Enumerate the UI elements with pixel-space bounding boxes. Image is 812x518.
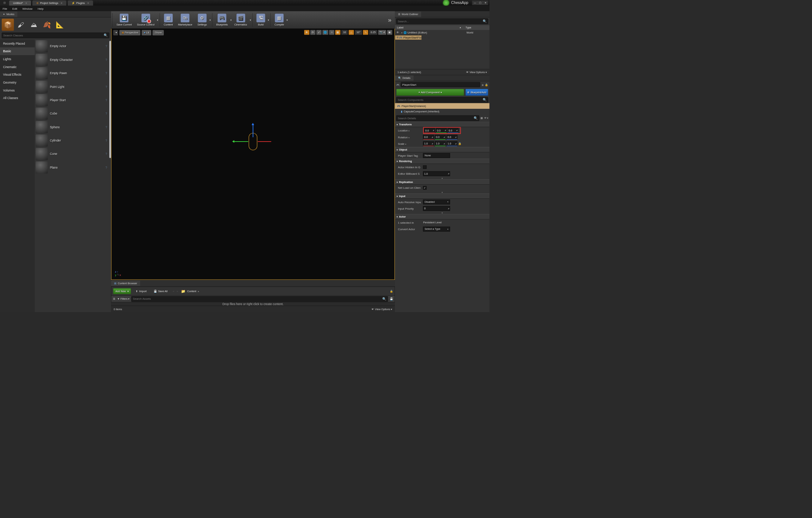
player-start-tag-input[interactable]: None [423,153,450,158]
billboard-scale-input[interactable]: 1.0◢ [423,171,450,176]
toolbar-save[interactable]: 💾Save Current [114,12,134,27]
search-outliner-input[interactable] [398,20,483,23]
add-component-button[interactable]: + Add Component ▾ [396,89,464,96]
toolbar-source-control[interactable]: 🔗Source Control [135,12,157,27]
search-classes-input[interactable] [3,34,104,37]
toolbar-marketplace[interactable]: 🛍Marketplace [176,12,195,27]
add-new-button[interactable]: Add New ▾ [113,288,131,294]
playerstart-actor[interactable] [249,133,257,150]
chevron-down-icon[interactable]: ▾ [250,18,251,21]
scale-z[interactable]: 1.0◢ [447,141,457,146]
help-icon[interactable]: ? [105,98,107,102]
cat-geometry[interactable]: Geometry [0,79,35,86]
lock-icon[interactable]: 🔒 [458,142,461,145]
folder-icon[interactable]: 📁 [181,289,185,293]
help-icon[interactable]: ? [105,58,107,62]
cat-visual-effects[interactable]: Visual Effects [0,71,35,79]
angle-snap-button[interactable]: △ [349,30,354,35]
cat-basic[interactable]: Basic [0,47,35,55]
scale-button[interactable]: ⤢ [316,30,321,35]
viewport-options-button[interactable]: ▾ [113,30,118,35]
actor-item[interactable]: Player Start? [35,93,109,107]
toolbar-compile[interactable]: ▦Compile [272,12,287,27]
translate-button[interactable]: ✥ [304,30,309,35]
help-icon[interactable]: ? [105,125,107,129]
filters-button[interactable]: ▼ Filters ▾ [117,298,130,300]
section-replication[interactable]: ▾Replication [395,179,490,184]
location-y[interactable]: 0.0◢ [436,128,447,133]
cat-all-classes[interactable]: All Classes [0,94,35,102]
help-icon[interactable]: ? [105,45,107,48]
close-icon[interactable]: ✕ [25,1,27,4]
search-components[interactable]: 🔍 [396,97,488,103]
scale-x[interactable]: 1.0◢ [423,141,434,146]
actor-item[interactable]: Cone? [35,147,109,161]
help-icon[interactable]: ? [105,152,107,156]
input-priority-input[interactable]: 0◢ [423,206,450,211]
tab-project-settings[interactable]: ⚙Project Settings✕ [32,0,67,5]
sources-button[interactable]: ☰ [113,298,116,300]
actor-name-field[interactable] [401,82,480,87]
expand-icon[interactable]: ▾ [395,212,490,214]
help-icon[interactable]: ? [105,166,107,169]
menu-help[interactable]: Help [35,6,46,12]
actor-item[interactable]: Sphere? [35,120,109,134]
rotation-y[interactable]: 0.0◢ [435,135,446,139]
scale-snap-value[interactable]: 0.25 [369,30,377,35]
search-assets[interactable]: 🔍 [131,296,388,302]
cat-volumes[interactable]: Volumes [0,86,35,94]
rotation-z[interactable]: 0.0◢ [447,135,457,139]
viewport-lit-button[interactable]: ● Lit [142,30,151,35]
import-button[interactable]: ⬆ Import [134,289,149,294]
maximize-button[interactable]: ▢ [478,1,483,5]
help-icon[interactable]: ? [105,112,107,115]
actor-item[interactable]: Empty Character? [35,53,109,66]
actor-item[interactable]: Empty Pawn? [35,66,109,80]
mode-landscape[interactable]: ⛰ [28,19,40,31]
close-icon[interactable]: ✕ [87,1,89,4]
outliner-row-playerstart[interactable]: 👁 🎮 PlayerStart PlayerStart [395,35,422,40]
grid-snap-button[interactable]: ▦ [335,30,340,35]
location-x[interactable]: 0.0◢ [424,128,435,133]
viewport[interactable]: ▾ ▣ Perspective ● Lit Show ✥ ⟳ ⤢ 🌐 ⌗ ▦ 1… [111,29,395,280]
eye-icon[interactable]: 👁▾ [484,117,488,120]
chevron-down-icon[interactable]: ▾ [268,18,269,21]
rotate-button[interactable]: ⟳ [310,30,315,35]
eye-icon[interactable]: 👁 [396,36,399,39]
tab-plugins[interactable]: ⚡Plugins✕ [68,0,93,5]
component-capsule[interactable]: ▮CapsuleComponent (Inherited) [395,109,490,115]
view-options-button[interactable]: 👁 View Options ▾ [466,71,487,73]
toolbar-blueprints[interactable]: 🎮Blueprints [213,12,230,27]
camera-speed-button[interactable]: 📷 4 [378,30,386,35]
toolbar-content[interactable]: ▦Content [161,12,176,27]
forward-button[interactable]: → [176,290,179,293]
toolbar-overflow-icon[interactable]: » [384,17,395,23]
menu-edit[interactable]: Edit [10,6,20,12]
actor-item[interactable]: Cube? [35,107,109,120]
location-z[interactable]: 0.0◢ [448,128,459,133]
auto-receive-dropdown[interactable]: Disabled▾ [423,200,450,204]
toolbar-settings[interactable]: ⚙Settings [195,12,209,27]
surface-snap-button[interactable]: ⌗ [329,30,334,35]
content-drop-area[interactable]: Drop files here or right click to create… [111,302,395,306]
scale-y[interactable]: 1.0◢ [435,141,446,146]
section-input[interactable]: ▾Input [395,193,490,198]
close-button[interactable]: ✕ [483,1,488,5]
search-assets-input[interactable] [133,297,382,300]
actor-item[interactable]: Point Light? [35,80,109,93]
viewport-perspective-button[interactable]: ▣ Perspective [119,30,141,35]
expand-icon[interactable]: ▾ [401,31,402,34]
view-options-button[interactable]: 👁 View Options ▾ [371,308,392,311]
section-rendering[interactable]: ▾Rendering [395,159,490,164]
angle-snap-value[interactable]: 10° [355,30,362,35]
actor-item[interactable]: Cylinder? [35,134,109,147]
coord-space-button[interactable]: 🌐 [322,30,328,35]
help-icon[interactable]: ? [105,71,107,75]
col-label[interactable]: Label [397,26,459,29]
chevron-down-icon[interactable]: ▾ [157,18,158,21]
section-object[interactable]: ▾Object [395,147,490,152]
menu-window[interactable]: Window [20,6,35,12]
tab-level[interactable]: Untitled*✕ [9,0,31,5]
back-button[interactable]: ← [172,290,175,293]
mode-place[interactable]: 📦 [2,19,14,31]
